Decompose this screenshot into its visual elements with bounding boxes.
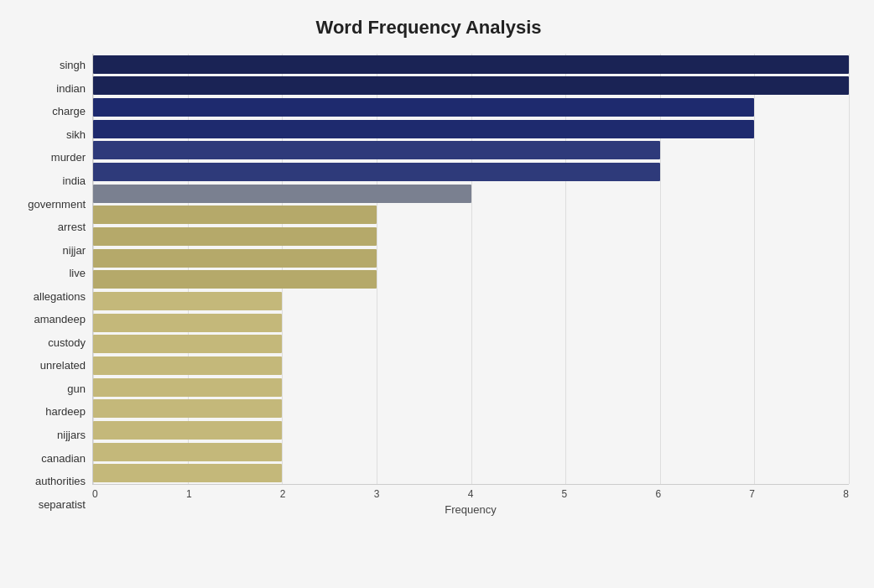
bar bbox=[93, 55, 849, 74]
bar-row bbox=[93, 269, 849, 291]
x-tick-label: 5 bbox=[562, 488, 568, 500]
bar bbox=[93, 399, 282, 418]
bar bbox=[93, 120, 754, 138]
bar-row bbox=[93, 75, 849, 97]
bar bbox=[93, 292, 282, 310]
y-label: government bbox=[28, 199, 86, 210]
x-tick-label: 2 bbox=[280, 488, 286, 500]
bar-row bbox=[93, 334, 849, 356]
x-tick-label: 7 bbox=[749, 488, 755, 500]
bar-row bbox=[93, 290, 849, 312]
bar bbox=[93, 335, 282, 353]
bar bbox=[93, 249, 377, 268]
bar bbox=[93, 227, 377, 246]
y-label: hardeep bbox=[45, 406, 86, 417]
y-label: canadian bbox=[41, 453, 86, 464]
bar-row bbox=[93, 96, 849, 118]
y-label: amandeep bbox=[34, 314, 86, 325]
chart-container: Word Frequency Analysis singhindiancharg… bbox=[0, 0, 874, 588]
x-tick-label: 8 bbox=[843, 488, 849, 500]
grid-line bbox=[849, 54, 850, 484]
bars-wrapper bbox=[92, 54, 849, 485]
bar bbox=[93, 206, 377, 224]
bar bbox=[93, 270, 377, 289]
y-label: sikh bbox=[66, 129, 86, 140]
y-label: live bbox=[69, 268, 86, 278]
y-label: indian bbox=[56, 83, 86, 94]
y-label: singh bbox=[60, 60, 86, 70]
bar bbox=[93, 163, 660, 181]
bar-row bbox=[93, 247, 849, 269]
x-tick-label: 1 bbox=[186, 488, 192, 500]
bar bbox=[93, 76, 849, 95]
y-label: charge bbox=[52, 106, 86, 117]
bar bbox=[93, 443, 282, 461]
x-tick-label: 3 bbox=[374, 488, 380, 500]
bar-row bbox=[93, 140, 849, 162]
bar-row bbox=[93, 462, 849, 484]
bar-row bbox=[93, 183, 849, 205]
bar-row bbox=[93, 398, 849, 420]
bar-row bbox=[93, 312, 849, 334]
y-label: unrelated bbox=[40, 360, 86, 371]
y-label: separatist bbox=[39, 499, 86, 510]
bar-row bbox=[93, 161, 849, 183]
bar bbox=[93, 314, 282, 332]
x-tick-label: 6 bbox=[655, 488, 661, 500]
bar-row bbox=[93, 54, 849, 75]
y-label: authorities bbox=[35, 476, 86, 487]
chart-area: 012345678 Frequency bbox=[92, 54, 849, 516]
bar bbox=[93, 185, 471, 203]
y-label: india bbox=[63, 175, 86, 186]
y-label: allegations bbox=[34, 291, 86, 302]
y-label: nijjar bbox=[63, 245, 86, 256]
bar bbox=[93, 378, 282, 397]
x-tick-label: 0 bbox=[92, 488, 98, 500]
y-label: murder bbox=[51, 152, 86, 163]
bar-row bbox=[93, 226, 849, 247]
bar bbox=[93, 98, 754, 117]
y-label: gun bbox=[67, 383, 86, 394]
y-label: arrest bbox=[58, 221, 86, 232]
bar-row bbox=[93, 419, 849, 441]
bar-row bbox=[93, 377, 849, 398]
y-label: custody bbox=[48, 337, 86, 348]
chart-body: singhindianchargesikhmurderindiagovernme… bbox=[8, 54, 849, 516]
bar-row bbox=[93, 441, 849, 463]
y-axis: singhindianchargesikhmurderindiagovernme… bbox=[8, 54, 92, 516]
bar bbox=[93, 464, 282, 482]
bar-row bbox=[93, 205, 849, 226]
x-axis-title: Frequency bbox=[92, 503, 849, 516]
y-label: nijjars bbox=[57, 429, 86, 440]
x-axis: 012345678 bbox=[92, 485, 849, 500]
chart-title: Word Frequency Analysis bbox=[8, 17, 849, 39]
bar bbox=[93, 421, 282, 440]
bar bbox=[93, 356, 282, 375]
bar-row bbox=[93, 355, 849, 377]
x-tick-label: 4 bbox=[468, 488, 474, 500]
bar-row bbox=[93, 118, 849, 140]
bar bbox=[93, 141, 660, 159]
